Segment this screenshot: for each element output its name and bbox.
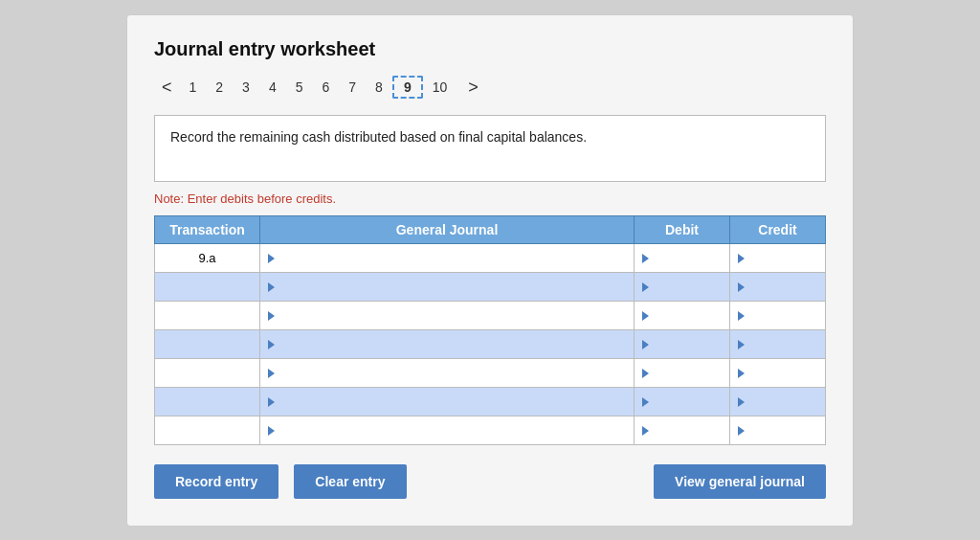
journal-indicator-icon: [268, 369, 275, 378]
cell-transaction-0[interactable]: 9.a: [155, 243, 260, 272]
credit-indicator-icon: [738, 340, 745, 349]
cell-credit-4[interactable]: [730, 358, 826, 387]
page-num-2[interactable]: 2: [206, 78, 233, 97]
cell-journal-6[interactable]: [260, 416, 635, 444]
journal-entry-worksheet-card: Journal entry worksheet < 12345678910> R…: [126, 14, 854, 527]
instruction-text: Record the remaining cash distributed ba…: [170, 129, 587, 145]
page-num-7[interactable]: 7: [339, 78, 366, 97]
pagination: < 12345678910>: [154, 76, 826, 100]
page-num-3[interactable]: 3: [233, 78, 259, 97]
cell-debit-5[interactable]: [635, 387, 730, 416]
debit-indicator-icon: [642, 311, 649, 321]
cell-credit-6[interactable]: [730, 416, 826, 444]
cell-transaction-5[interactable]: [155, 387, 260, 416]
debit-indicator-icon: [642, 254, 649, 263]
cell-transaction-3[interactable]: [155, 329, 260, 358]
prev-arrow[interactable]: <: [154, 76, 180, 100]
cell-debit-4[interactable]: [635, 358, 730, 387]
table-row: [155, 329, 826, 358]
next-arrow[interactable]: >: [460, 76, 486, 100]
col-header-debit: Debit: [635, 215, 730, 243]
cell-transaction-2[interactable]: [155, 301, 260, 329]
cell-journal-2[interactable]: [260, 301, 635, 329]
credit-indicator-icon: [738, 426, 745, 436]
journal-indicator-icon: [268, 254, 275, 263]
journal-indicator-icon: [268, 340, 275, 349]
cell-debit-3[interactable]: [635, 329, 730, 358]
col-header-transaction: Transaction: [155, 215, 260, 243]
page-num-1[interactable]: 1: [180, 78, 207, 97]
credit-indicator-icon: [738, 311, 745, 321]
page-num-10[interactable]: 10: [423, 78, 457, 97]
cell-journal-4[interactable]: [260, 358, 635, 387]
debit-indicator-icon: [642, 369, 649, 378]
cell-transaction-6[interactable]: [155, 416, 260, 444]
table-row: [155, 358, 826, 387]
debit-indicator-icon: [642, 340, 649, 349]
cell-credit-3[interactable]: [730, 329, 826, 358]
instruction-box: Record the remaining cash distributed ba…: [154, 115, 826, 182]
cell-journal-3[interactable]: [260, 329, 635, 358]
page-num-4[interactable]: 4: [259, 78, 286, 97]
page-num-8[interactable]: 8: [366, 78, 392, 97]
button-row: Record entry Clear entry View general jo…: [154, 464, 826, 499]
cell-credit-0[interactable]: [730, 243, 826, 272]
debit-indicator-icon: [642, 282, 649, 292]
table-row: 9.a: [155, 243, 826, 272]
page-num-9[interactable]: 9: [392, 76, 423, 99]
table-row: [155, 301, 826, 329]
cell-journal-0[interactable]: [260, 243, 635, 272]
clear-entry-button[interactable]: Clear entry: [294, 464, 406, 499]
table-row: [155, 387, 826, 416]
journal-indicator-icon: [268, 282, 275, 292]
credit-indicator-icon: [738, 397, 745, 407]
table-row: [155, 272, 826, 301]
credit-indicator-icon: [738, 282, 745, 292]
cell-debit-1[interactable]: [635, 272, 730, 301]
credit-indicator-icon: [738, 254, 745, 263]
cell-journal-5[interactable]: [260, 387, 635, 416]
table-row: [155, 416, 826, 444]
cell-journal-1[interactable]: [260, 272, 635, 301]
cell-credit-1[interactable]: [730, 272, 826, 301]
cell-credit-2[interactable]: [730, 301, 826, 329]
journal-indicator-icon: [268, 311, 275, 321]
cell-debit-2[interactable]: [635, 301, 730, 329]
page-num-6[interactable]: 6: [313, 78, 340, 97]
cell-transaction-4[interactable]: [155, 358, 260, 387]
note-text: Note: Enter debits before credits.: [154, 191, 826, 206]
journal-indicator-icon: [268, 426, 275, 436]
page-title: Journal entry worksheet: [154, 38, 826, 60]
page-num-5[interactable]: 5: [286, 78, 313, 97]
cell-debit-6[interactable]: [635, 416, 730, 444]
debit-indicator-icon: [642, 397, 649, 407]
debit-indicator-icon: [642, 426, 649, 436]
view-general-journal-button[interactable]: View general journal: [654, 464, 826, 499]
record-entry-button[interactable]: Record entry: [154, 464, 278, 499]
credit-indicator-icon: [738, 369, 745, 378]
col-header-credit: Credit: [730, 215, 826, 243]
journal-indicator-icon: [268, 397, 275, 407]
cell-debit-0[interactable]: [635, 243, 730, 272]
journal-table: Transaction General Journal Debit Credit…: [154, 215, 826, 445]
col-header-general-journal: General Journal: [260, 215, 635, 243]
cell-credit-5[interactable]: [730, 387, 826, 416]
cell-transaction-1[interactable]: [155, 272, 260, 301]
